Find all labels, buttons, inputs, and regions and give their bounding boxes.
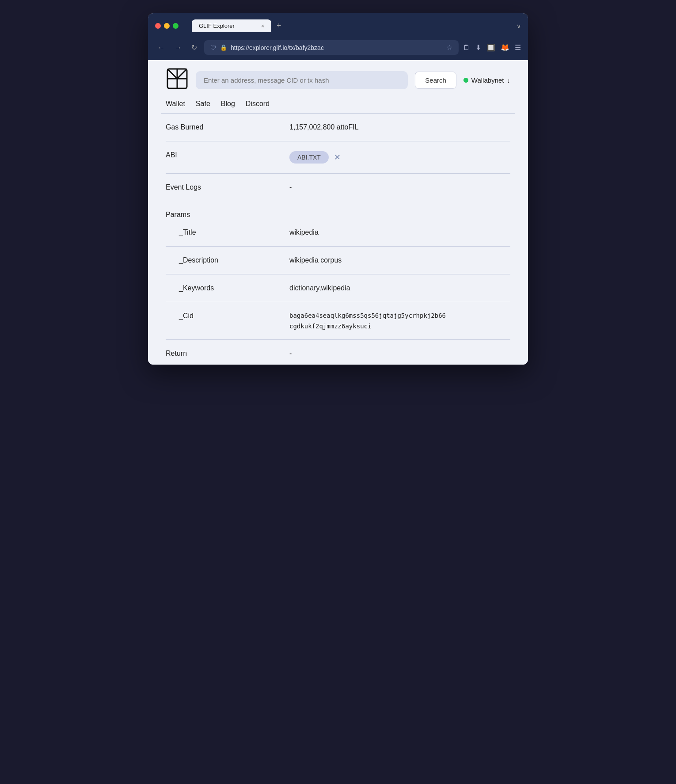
new-tab-button[interactable]: + (273, 19, 285, 32)
back-button[interactable]: ← (155, 42, 167, 53)
param-description-label: _Description (166, 256, 289, 264)
lock-icon: 🔒 (220, 44, 227, 51)
svg-line-3 (167, 69, 177, 79)
browser-chrome: GLIF Explorer × + ∨ ← → ↻ 🛡 🔒 https://ex… (148, 13, 528, 60)
tab-title: GLIF Explorer (199, 23, 235, 29)
nav-wallet[interactable]: Wallet (166, 100, 185, 108)
abi-tag[interactable]: ABI.TXT (289, 151, 329, 164)
param-description-value: wikipedia corpus (289, 256, 510, 264)
gas-burned-row: Gas Burned 1,157,002,800 attoFIL (166, 114, 510, 141)
data-section: Gas Burned 1,157,002,800 attoFIL ABI ABI… (148, 114, 528, 201)
param-keywords-label: _Keywords (166, 284, 289, 292)
bookmark-icon[interactable]: ☆ (446, 43, 452, 52)
return-label: Return (166, 350, 289, 358)
abi-close-icon[interactable]: ✕ (334, 152, 341, 162)
param-keywords-value: dictionary,wikipedia (289, 284, 510, 292)
title-bar: GLIF Explorer × + ∨ (148, 13, 528, 37)
download-icon[interactable]: ⬇ (475, 43, 481, 52)
search-button[interactable]: Search (415, 72, 456, 89)
abi-value-row: ABI.TXT ✕ (289, 151, 341, 164)
network-status-dot (463, 78, 468, 83)
tab-chevron-icon: ∨ (516, 23, 521, 30)
app-content: Search Wallabynet ↓ Wallet Safe Blog Dis… (148, 60, 528, 365)
gas-burned-value: 1,157,002,800 attoFIL (289, 123, 510, 131)
nav-blog[interactable]: Blog (221, 100, 235, 108)
close-button[interactable] (155, 23, 161, 29)
toolbar-icons: 🗒 ⬇ 🔲 🦊 ☰ (463, 43, 521, 52)
active-tab[interactable]: GLIF Explorer × (192, 19, 271, 32)
address-bar-input[interactable]: 🛡 🔒 https://explorer.glif.io/tx/bafy2bza… (204, 40, 459, 55)
traffic-lights (155, 23, 178, 29)
search-input[interactable] (196, 71, 408, 89)
url-display: https://explorer.glif.io/tx/bafy2bzac (231, 44, 443, 51)
menu-icon[interactable]: ☰ (515, 43, 521, 52)
tab-close-icon[interactable]: × (261, 23, 264, 29)
app-header: Search Wallabynet ↓ (148, 60, 528, 98)
tab-bar: GLIF Explorer × + ∨ (192, 19, 521, 32)
forward-button[interactable]: → (172, 42, 184, 53)
param-title-value: wikipedia (289, 228, 510, 236)
shield-icon: 🛡 (210, 44, 216, 51)
return-value: - (289, 350, 510, 358)
nav-safe[interactable]: Safe (196, 100, 210, 108)
cid-value-2: cgdkukf2qjmmzz6ayksuci (289, 323, 510, 330)
address-bar: ← → ↻ 🛡 🔒 https://explorer.glif.io/tx/ba… (148, 37, 528, 60)
maximize-button[interactable] (173, 23, 178, 29)
minimize-button[interactable] (164, 23, 170, 29)
browser-window: GLIF Explorer × + ∨ ← → ↻ 🛡 🔒 https://ex… (148, 13, 528, 365)
network-indicator: Wallabynet ↓ (463, 76, 510, 84)
event-logs-label: Event Logs (166, 183, 289, 191)
nav-discord[interactable]: Discord (246, 100, 270, 108)
app-logo (166, 67, 189, 93)
abi-row: ABI ABI.TXT ✕ (166, 141, 510, 174)
param-title-row: _Title wikipedia (166, 219, 510, 247)
param-cid-label: _Cid (166, 312, 289, 320)
svg-line-4 (177, 69, 187, 79)
refresh-button[interactable]: ↻ (189, 42, 200, 53)
abi-label: ABI (166, 151, 289, 159)
event-logs-row: Event Logs - (166, 174, 510, 201)
param-title-label: _Title (166, 228, 289, 236)
network-arrow[interactable]: ↓ (507, 76, 511, 84)
network-label: Wallabynet (471, 76, 504, 84)
param-keywords-row: _Keywords dictionary,wikipedia (166, 274, 510, 302)
params-section: Params _Title wikipedia _Description wik… (148, 201, 528, 365)
param-description-row: _Description wikipedia corpus (166, 247, 510, 274)
extension-icon1[interactable]: 🔲 (486, 43, 495, 52)
metamask-icon[interactable]: 🦊 (501, 43, 509, 52)
param-cid-values: baga6ea4seaqlkg6mss5qs56jqtajg5ycrhpkj2b… (289, 312, 510, 330)
nav-links: Wallet Safe Blog Discord (148, 98, 528, 113)
event-logs-value: - (289, 183, 510, 191)
pocket-icon[interactable]: 🗒 (463, 44, 470, 52)
cid-value-1: baga6ea4seaqlkg6mss5qs56jqtajg5ycrhpkj2b… (289, 312, 510, 319)
params-title: Params (166, 201, 510, 219)
param-cid-row: _Cid baga6ea4seaqlkg6mss5qs56jqtajg5ycrh… (166, 302, 510, 340)
return-row: Return - (166, 340, 510, 365)
gas-burned-label: Gas Burned (166, 123, 289, 131)
